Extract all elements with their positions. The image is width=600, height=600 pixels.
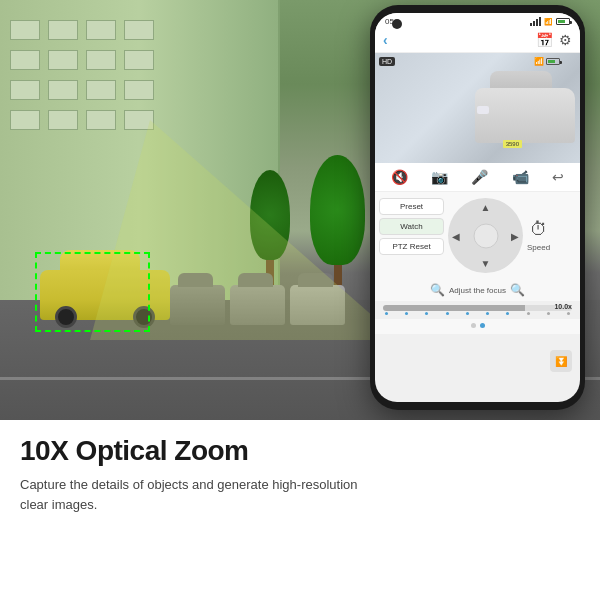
wifi-icon: 📶 bbox=[544, 18, 553, 26]
page-dots bbox=[375, 319, 580, 334]
page-dot-2[interactable] bbox=[480, 323, 485, 328]
preset-button[interactable]: Preset bbox=[379, 198, 444, 215]
back-button[interactable]: ‹ bbox=[383, 32, 388, 48]
speed-label: Speed bbox=[527, 243, 550, 252]
settings-icon[interactable]: ⚙ bbox=[559, 32, 572, 48]
dpad-down[interactable]: ▼ bbox=[481, 258, 491, 269]
camera-feed: HD 📶 3590 bbox=[375, 53, 580, 163]
mute-icon[interactable]: 🔇 bbox=[391, 169, 408, 185]
main-title: 10X Optical Zoom bbox=[20, 435, 580, 467]
status-icons: 📶 bbox=[530, 17, 570, 26]
header-icons: 📅 ⚙ bbox=[536, 32, 572, 48]
dpad-right[interactable]: ▶ bbox=[511, 230, 519, 241]
calendar-icon[interactable]: 📅 bbox=[536, 32, 553, 48]
phone-device: 05 📶 ‹ 📅 bbox=[370, 5, 585, 410]
battery-icon bbox=[556, 18, 570, 25]
zoom-in-icon[interactable]: 🔍 bbox=[510, 283, 525, 297]
app-header: ‹ 📅 ⚙ bbox=[375, 28, 580, 53]
control-icons-row: 🔇 📷 🎤 📹 ↩ bbox=[375, 163, 580, 192]
slider-dots bbox=[383, 312, 572, 315]
focus-value: 10.0x bbox=[554, 303, 572, 310]
top-section: 05 📶 ‹ 📅 bbox=[0, 0, 600, 420]
ptz-reset-button[interactable]: PTZ Reset bbox=[379, 238, 444, 255]
bottom-section: 10X Optical Zoom Capture the details of … bbox=[0, 420, 600, 600]
speed-icon[interactable]: ⏱ bbox=[530, 219, 548, 240]
dpad: ▲ ▼ ◀ ▶ bbox=[448, 198, 523, 273]
watch-button[interactable]: Watch bbox=[379, 218, 444, 235]
main-description: Capture the details of objects and gener… bbox=[20, 475, 360, 514]
front-camera bbox=[392, 19, 402, 29]
dpad-center[interactable] bbox=[473, 223, 498, 248]
page-dot-1[interactable] bbox=[471, 323, 476, 328]
phone-screen: 05 📶 ‹ 📅 bbox=[375, 13, 580, 402]
dpad-left[interactable]: ◀ bbox=[452, 230, 460, 241]
mic-icon[interactable]: 🎤 bbox=[471, 169, 488, 185]
ptz-section: Preset Watch PTZ Reset ▲ ▼ ◀ ▶ ⏱ Speed bbox=[375, 192, 580, 279]
focus-slider-row: 10.0x bbox=[375, 301, 580, 319]
zoom-out-icon[interactable]: 🔍 bbox=[430, 283, 445, 297]
license-plate: 3590 bbox=[503, 140, 522, 148]
signal-bars bbox=[530, 17, 541, 26]
ptz-buttons: Preset Watch PTZ Reset bbox=[379, 198, 444, 273]
status-bar: 05 📶 bbox=[375, 13, 580, 28]
scroll-down-button[interactable]: ⏬ bbox=[550, 350, 572, 372]
hd-badge: HD bbox=[379, 57, 395, 66]
dpad-up[interactable]: ▲ bbox=[481, 202, 491, 213]
speed-control: ⏱ Speed bbox=[527, 198, 550, 273]
focus-label: Adjust the focus bbox=[449, 286, 506, 295]
focus-slider[interactable]: 10.0x bbox=[383, 305, 572, 311]
rotate-icon[interactable]: ↩ bbox=[552, 169, 564, 185]
focus-row: 🔍 Adjust the focus 🔍 bbox=[375, 279, 580, 301]
detection-box bbox=[35, 252, 150, 332]
record-icon[interactable]: 📹 bbox=[512, 169, 529, 185]
camera-car bbox=[475, 63, 575, 143]
snapshot-icon[interactable]: 📷 bbox=[431, 169, 448, 185]
